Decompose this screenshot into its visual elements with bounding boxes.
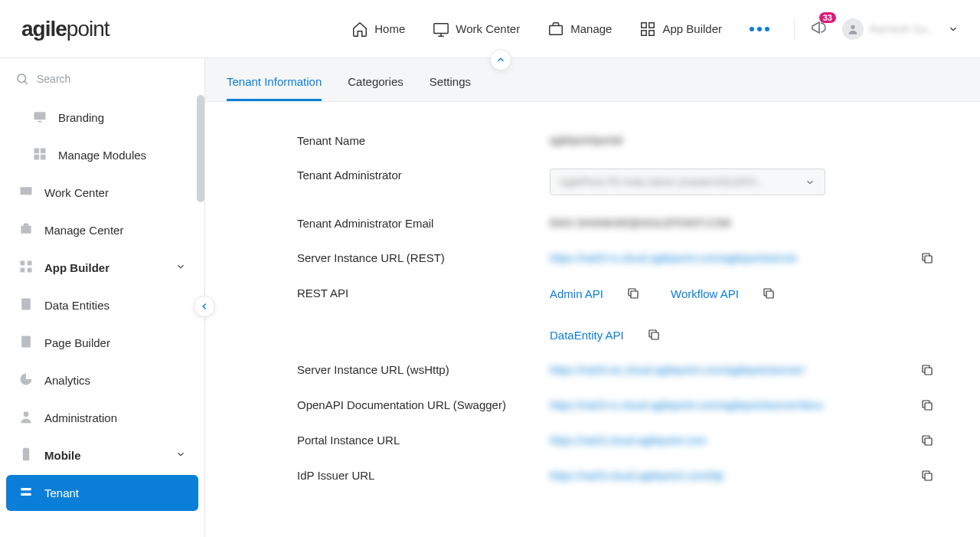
label-swagger-url: OpenAPI Documentation URL (Swagger) <box>297 398 550 411</box>
value-swagger-url: https://na03-rs.cloud.agilepoint.com/agi… <box>550 399 823 411</box>
logo: agilepoint <box>21 17 109 41</box>
sidebar-item-page-builder[interactable]: Page Builder <box>6 325 198 361</box>
svg-rect-1 <box>550 25 563 34</box>
svg-rect-10 <box>34 149 40 154</box>
label-tenant-admin-email: Tenant Administrator Email <box>297 217 550 230</box>
svg-rect-20 <box>21 299 31 310</box>
sidebar-item-tenant[interactable]: Tenant <box>6 475 198 511</box>
link-admin-api[interactable]: Admin API <box>550 287 603 300</box>
sidebar-item-label: Manage Modules <box>58 149 146 162</box>
label-rest-api: REST API <box>297 287 550 300</box>
svg-rect-13 <box>41 155 46 160</box>
nav-app-builder-label: App Builder <box>662 22 722 35</box>
nav-manage-label: Manage <box>570 22 612 35</box>
copy-icon[interactable] <box>647 328 661 342</box>
svg-rect-29 <box>925 256 932 263</box>
more-menu[interactable] <box>750 27 769 31</box>
sidebar-list: BrandingManage ModulesWork CenterManage … <box>0 92 204 537</box>
copy-icon[interactable] <box>920 469 934 483</box>
sidebar-item-label: Analytics <box>44 374 90 387</box>
field-tenant-admin: Tenant Administrator AgilePoint PS India… <box>297 158 934 206</box>
copy-icon[interactable] <box>920 251 934 265</box>
sidebar-item-analytics[interactable]: Analytics <box>6 362 198 398</box>
sidebar-search[interactable]: Search <box>0 58 204 92</box>
svg-rect-36 <box>925 473 932 480</box>
svg-point-24 <box>25 457 27 459</box>
notification-badge: 33 <box>819 12 836 23</box>
monitor-icon <box>433 21 449 38</box>
sidebar: Search BrandingManage ModulesWork Center… <box>0 58 205 537</box>
sidebar-collapse-handle[interactable] <box>194 296 215 317</box>
field-idp-url: IdP Issuer URL https://na03.cloud.agilep… <box>297 458 934 493</box>
sidebar-item-branding[interactable]: Branding <box>6 100 198 136</box>
sidebar-item-label: Work Center <box>44 186 109 199</box>
copy-icon[interactable] <box>762 287 776 300</box>
header-collapse-button[interactable] <box>490 49 511 70</box>
sidebar-item-manage-center[interactable]: Manage Center <box>6 212 198 248</box>
svg-rect-17 <box>28 261 32 266</box>
sidebar-item-label: Page Builder <box>44 336 110 349</box>
field-rest-url: Server Instance URL (REST) https://na03-… <box>297 241 934 276</box>
copy-icon[interactable] <box>920 398 934 412</box>
sidebar-item-app-builder[interactable]: App Builder <box>6 250 198 286</box>
sidebar-item-label: Administration <box>44 411 117 424</box>
svg-point-27 <box>22 489 24 490</box>
value-idp-url: https://na03.cloud.agilepoint.com/idp <box>550 470 724 482</box>
field-portal-url: Portal Instance URL https://na03.cloud.a… <box>297 423 934 458</box>
sidebar-item-work-center[interactable]: Work Center <box>6 175 198 211</box>
svg-point-7 <box>18 74 26 83</box>
sidebar-item-administration[interactable]: Administration <box>6 400 198 436</box>
link-dataentity-api[interactable]: DataEntity API <box>550 329 624 342</box>
link-workflow-api[interactable]: Workflow API <box>671 287 739 300</box>
svg-rect-35 <box>925 438 932 445</box>
copy-icon[interactable] <box>920 363 934 377</box>
nav-manage[interactable]: Manage <box>547 21 612 38</box>
field-wshttp-url: Server Instance URL (wsHttp) https://na0… <box>297 352 934 388</box>
sidebar-item-label: Tenant <box>44 486 79 499</box>
user-menu[interactable]: Ramesh Gu... <box>842 18 959 40</box>
sidebar-item-label: Data Entities <box>44 299 109 312</box>
sidebar-item-label: Manage Center <box>44 224 123 237</box>
sidebar-item-label: Mobile <box>44 449 81 462</box>
user-name: Ramesh Gu... <box>870 23 939 35</box>
field-swagger-url: OpenAPI Documentation URL (Swagger) http… <box>297 388 934 423</box>
tab-settings[interactable]: Settings <box>430 75 471 101</box>
tenant-info-panel: Tenant Name agilepointportal Tenant Admi… <box>205 101 980 537</box>
copy-icon[interactable] <box>626 287 640 300</box>
person-icon <box>847 23 859 35</box>
search-icon <box>15 72 29 86</box>
value-rest-url: https://na03-rs.cloud.agilepoint.com/agi… <box>550 252 798 264</box>
sidebar-item-mobile[interactable]: Mobile <box>6 437 198 473</box>
svg-rect-16 <box>21 261 25 266</box>
nav-work-center[interactable]: Work Center <box>433 21 520 38</box>
chevron-down-icon <box>175 449 186 462</box>
svg-rect-31 <box>766 291 773 298</box>
nav-home[interactable]: Home <box>351 21 405 38</box>
svg-point-28 <box>22 494 24 496</box>
logo-light: point <box>67 17 109 41</box>
svg-rect-19 <box>28 268 32 273</box>
chevron-up-icon <box>495 54 506 65</box>
value-tenant-name: agilepointportal <box>550 134 622 146</box>
tab-categories[interactable]: Categories <box>348 75 403 101</box>
sidebar-item-manage-modules[interactable]: Manage Modules <box>6 137 198 173</box>
sidebar-scrollbar[interactable] <box>197 95 204 202</box>
tabs: Tenant InformationCategoriesSettings <box>205 58 980 101</box>
tab-tenant-information[interactable]: Tenant Information <box>227 75 322 101</box>
sidebar-item-data-entities[interactable]: Data Entities <box>6 287 198 323</box>
label-wshttp-url: Server Instance URL (wsHttp) <box>297 363 550 376</box>
page-builder-icon <box>18 334 34 352</box>
main: Tenant InformationCategoriesSettings Ten… <box>205 58 980 537</box>
notifications[interactable]: 33 <box>810 18 828 40</box>
field-tenant-name: Tenant Name agilepointportal <box>297 123 934 158</box>
copy-icon[interactable] <box>920 434 934 447</box>
select-tenant-admin[interactable]: AgilePoint PS India Admin (masterAGILEPO… <box>550 169 825 195</box>
nav-app-builder[interactable]: App Builder <box>639 21 722 38</box>
svg-rect-3 <box>649 22 654 27</box>
svg-rect-2 <box>642 22 646 27</box>
svg-rect-15 <box>21 226 31 234</box>
chevron-down-icon <box>948 24 959 34</box>
manage-center-icon <box>18 221 34 239</box>
sidebar-item-label: Branding <box>58 111 104 124</box>
label-tenant-admin: Tenant Administrator <box>297 169 550 182</box>
